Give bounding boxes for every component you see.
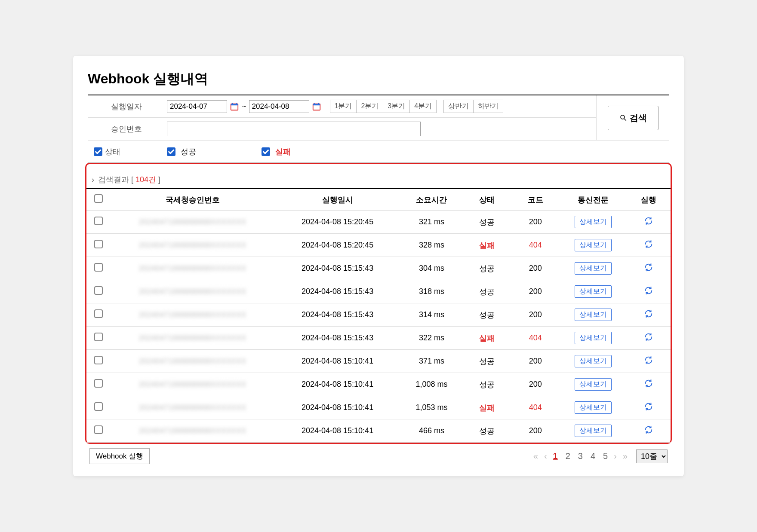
duration: 321 ms	[400, 211, 463, 234]
table-row: 20240471888888888XXXXXXX2024-04-08 15:15…	[86, 257, 671, 280]
refresh-icon[interactable]	[644, 381, 653, 390]
q3-button[interactable]: 3분기	[383, 100, 410, 113]
q4-button[interactable]: 4분기	[410, 100, 437, 113]
row-checkbox[interactable]	[94, 402, 103, 411]
date-to-input[interactable]	[249, 100, 309, 113]
detail-button[interactable]: 상세보기	[575, 401, 612, 414]
pager-prev-icon[interactable]: ‹	[544, 451, 547, 461]
refresh-icon[interactable]	[644, 404, 653, 413]
table-footer: Webhook 실행 « ‹ 12345 › » 10줄	[88, 448, 669, 464]
detail-button[interactable]: 상세보기	[575, 378, 612, 391]
row-checkbox[interactable]	[94, 240, 103, 248]
status-cell: 실패	[463, 396, 511, 419]
filter-row-status: 상태 성공 실패	[88, 140, 669, 162]
date-from-input[interactable]	[167, 100, 227, 113]
row-checkbox[interactable]	[94, 217, 103, 225]
approval-number: 20240471888888888XXXXXXX	[139, 404, 246, 411]
status-cell: 성공	[463, 419, 511, 443]
duration: 371 ms	[400, 350, 463, 373]
detail-button[interactable]: 상세보기	[575, 239, 612, 251]
approval-number: 20240471888888888XXXXXXX	[139, 218, 246, 226]
status-cell: 성공	[463, 303, 511, 327]
row-checkbox[interactable]	[94, 309, 103, 318]
h2-button[interactable]: 하반기	[474, 100, 503, 113]
status-cell: 실패	[463, 327, 511, 350]
status-cell: 성공	[463, 257, 511, 280]
table-row: 20240471888888888XXXXXXX2024-04-08 15:15…	[86, 280, 671, 303]
pager-page[interactable]: 2	[566, 451, 570, 461]
refresh-icon[interactable]	[644, 265, 653, 274]
code-cell: 404	[511, 327, 560, 350]
col-run: 실행	[627, 189, 671, 211]
refresh-icon[interactable]	[644, 312, 653, 320]
pager-first-icon[interactable]: «	[533, 451, 538, 461]
detail-button[interactable]: 상세보기	[575, 332, 612, 344]
exec-time: 2024-04-08 15:20:45	[275, 234, 400, 257]
col-time: 실행일시	[275, 189, 400, 211]
status-fail-checkbox[interactable]	[262, 147, 270, 156]
status-success-checkbox[interactable]	[167, 147, 175, 156]
status-label: 상태	[105, 147, 120, 157]
code-cell: 200	[511, 419, 560, 443]
detail-button[interactable]: 상세보기	[575, 216, 612, 228]
result-count: 104건	[135, 175, 156, 184]
exec-time: 2024-04-08 15:10:41	[275, 396, 400, 419]
row-checkbox[interactable]	[94, 333, 103, 341]
duration: 314 ms	[400, 303, 463, 327]
row-checkbox[interactable]	[94, 425, 103, 434]
pager-page[interactable]: 4	[591, 451, 595, 461]
filter-row-approval: 승인번호	[88, 118, 596, 140]
pager-page[interactable]: 1	[553, 451, 558, 461]
refresh-icon[interactable]	[644, 358, 653, 367]
refresh-icon[interactable]	[644, 242, 653, 251]
code-cell: 200	[511, 303, 560, 327]
row-checkbox[interactable]	[94, 379, 103, 388]
pager-last-icon[interactable]: »	[623, 451, 628, 461]
exec-time: 2024-04-08 15:10:41	[275, 350, 400, 373]
webhook-run-button[interactable]: Webhook 실행	[89, 448, 150, 464]
duration: 1,053 ms	[400, 396, 463, 419]
filter-row-date: 실행일자 ~ 1분기 2분기	[88, 95, 596, 118]
detail-button[interactable]: 상세보기	[575, 309, 612, 321]
exec-time: 2024-04-08 15:10:41	[275, 419, 400, 443]
h1-button[interactable]: 상반기	[443, 100, 474, 113]
pager-page[interactable]: 3	[578, 451, 583, 461]
approval-number: 20240471888888888XXXXXXX	[139, 265, 246, 272]
col-code: 코드	[511, 189, 560, 211]
pager-page[interactable]: 5	[603, 451, 608, 461]
approval-input[interactable]	[167, 122, 421, 136]
search-button[interactable]: 검색	[608, 106, 659, 130]
detail-button[interactable]: 상세보기	[575, 355, 612, 367]
code-cell: 200	[511, 211, 560, 234]
row-checkbox[interactable]	[94, 356, 103, 364]
select-all-checkbox[interactable]	[94, 194, 103, 203]
row-checkbox[interactable]	[94, 263, 103, 272]
refresh-icon[interactable]	[644, 288, 653, 297]
code-cell: 404	[511, 234, 560, 257]
row-checkbox[interactable]	[94, 286, 103, 295]
calendar-icon[interactable]	[230, 102, 239, 111]
exec-time: 2024-04-08 15:15:43	[275, 327, 400, 350]
status-all-checkbox[interactable]	[94, 147, 102, 156]
status-cell: 성공	[463, 211, 511, 234]
detail-button[interactable]: 상세보기	[575, 425, 612, 437]
status-cell: 성공	[463, 373, 511, 396]
code-cell: 200	[511, 373, 560, 396]
status-cell: 실패	[463, 234, 511, 257]
result-header: › 검색결과 [ 104건 ]	[86, 172, 671, 188]
q2-button[interactable]: 2분기	[357, 100, 383, 113]
q1-button[interactable]: 1분기	[330, 100, 357, 113]
pager-next-icon[interactable]: ›	[614, 451, 617, 461]
refresh-icon[interactable]	[644, 219, 653, 227]
refresh-icon[interactable]	[644, 428, 653, 436]
table-row: 20240471888888888XXXXXXX2024-04-08 15:20…	[86, 211, 671, 234]
refresh-icon[interactable]	[644, 335, 653, 343]
rows-per-page-select[interactable]: 10줄	[636, 449, 668, 463]
svg-point-8	[621, 115, 625, 119]
code-cell: 200	[511, 257, 560, 280]
detail-button[interactable]: 상세보기	[575, 262, 612, 275]
calendar-icon[interactable]	[312, 102, 321, 111]
detail-button[interactable]: 상세보기	[575, 285, 612, 298]
table-row: 20240471888888888XXXXXXX2024-04-08 15:15…	[86, 303, 671, 327]
half-buttons: 상반기 하반기	[443, 100, 503, 113]
